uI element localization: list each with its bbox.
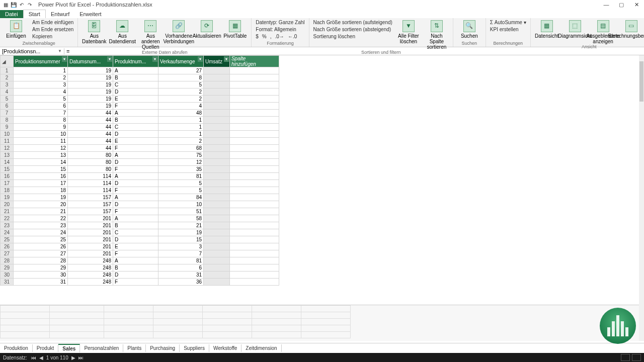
cell[interactable]: B	[113, 264, 158, 272]
cell-selected[interactable]	[204, 187, 230, 194]
cell[interactable]: B	[113, 222, 158, 229]
cell[interactable]: 201	[68, 236, 113, 243]
row-header[interactable]: 8	[1, 117, 14, 124]
calculation-area[interactable]	[0, 305, 639, 341]
sheet-tab[interactable]: Werkstoffe	[209, 344, 242, 352]
row-header[interactable]: 20	[1, 201, 14, 208]
cell[interactable]: 2	[14, 74, 68, 81]
row-header[interactable]: 14	[1, 159, 14, 166]
cell[interactable]: 8	[14, 117, 68, 124]
row-header[interactable]: 12	[1, 145, 14, 152]
row-header[interactable]: 25	[1, 236, 14, 243]
maximize-button[interactable]: ▢	[614, 0, 629, 9]
cell[interactable]: A	[113, 152, 158, 159]
cell-empty[interactable]	[229, 194, 279, 201]
row-header[interactable]: 7	[1, 110, 14, 117]
cell[interactable]: A	[113, 173, 158, 180]
sheet-tab[interactable]: Produkt	[33, 344, 58, 352]
tab-erweitert[interactable]: Erweitert	[74, 10, 106, 18]
cell[interactable]: 6	[158, 264, 204, 272]
cell[interactable]: 16	[14, 173, 68, 180]
search-button[interactable]: 🔍Suchen	[456, 19, 482, 39]
data-view-button[interactable]: ▦Datensicht	[534, 19, 560, 39]
cell[interactable]: 80	[68, 159, 113, 166]
cell[interactable]: 1	[158, 124, 204, 131]
cell-empty[interactable]	[229, 138, 279, 145]
tab-start[interactable]: Start	[23, 10, 46, 18]
cell[interactable]: 44	[68, 145, 113, 152]
table-row[interactable]: 141480D12	[1, 159, 279, 166]
cell[interactable]: 44	[68, 124, 113, 131]
cell[interactable]: 2	[158, 88, 204, 96]
cell[interactable]: A	[113, 194, 158, 201]
cell[interactable]: 248	[68, 272, 113, 279]
cell[interactable]: 201	[68, 215, 113, 222]
cell[interactable]: D	[113, 201, 158, 208]
cell[interactable]: 248	[68, 264, 113, 272]
cell-selected[interactable]	[204, 138, 230, 145]
row-header[interactable]: 23	[1, 222, 14, 229]
cell[interactable]: 44	[68, 110, 113, 117]
row-header[interactable]: 13	[1, 152, 14, 159]
cell-selected[interactable]	[204, 74, 230, 81]
cell-selected[interactable]	[204, 272, 230, 279]
cell-empty[interactable]	[229, 124, 279, 131]
cell-empty[interactable]	[229, 180, 279, 187]
cell-empty[interactable]	[229, 187, 279, 194]
cell-selected[interactable]	[204, 194, 230, 201]
cell[interactable]: E	[113, 243, 158, 250]
cell-selected[interactable]	[204, 201, 230, 208]
sheet-tab[interactable]: Produktion	[0, 344, 33, 352]
column-header[interactable]: Verkaufsmenge▼	[158, 56, 204, 67]
cell[interactable]: 7	[158, 250, 204, 257]
cell[interactable]: 1	[14, 67, 68, 74]
cell[interactable]: F	[113, 187, 158, 194]
cell[interactable]: 24	[14, 229, 68, 236]
cell-empty[interactable]	[229, 215, 279, 222]
table-row[interactable]: 1919157A84	[1, 194, 279, 201]
cell[interactable]: 3	[158, 243, 204, 250]
cell-empty[interactable]	[229, 81, 279, 88]
tab-file[interactable]: Datei	[0, 10, 23, 18]
sheet-tab[interactable]: Plants	[123, 344, 146, 352]
row-header[interactable]: 5	[1, 96, 14, 103]
cell[interactable]: 18	[14, 187, 68, 194]
cell[interactable]: D	[113, 180, 158, 187]
cell-selected[interactable]	[204, 166, 230, 173]
table-row[interactable]: 2525201D15	[1, 236, 279, 243]
cell-empty[interactable]	[229, 173, 279, 180]
formula-input[interactable]: =	[64, 48, 644, 54]
replace-button[interactable]: Am Ende ersetzen	[31, 26, 74, 33]
table-row[interactable]: 3131248F36	[1, 279, 279, 286]
cell[interactable]: 6	[14, 103, 68, 110]
minimize-button[interactable]: —	[599, 0, 614, 9]
row-header[interactable]: 2	[1, 74, 14, 81]
cell[interactable]: 5	[158, 180, 204, 187]
cell-selected[interactable]	[204, 131, 230, 138]
nav-prev-icon[interactable]: ◀	[39, 355, 43, 360]
row-header[interactable]: 19	[1, 194, 14, 201]
table-row[interactable]: 6619F4	[1, 103, 279, 110]
cell-empty[interactable]	[229, 145, 279, 152]
cell-selected[interactable]	[204, 180, 230, 187]
row-header[interactable]: 29	[1, 264, 14, 272]
cell[interactable]: D	[113, 159, 158, 166]
cell[interactable]: B	[113, 74, 158, 81]
cell[interactable]: 1	[158, 131, 204, 138]
cell[interactable]: 44	[68, 131, 113, 138]
pivottable-button[interactable]: ▦PivotTable	[222, 19, 248, 39]
diagram-view-button[interactable]: ⬚Diagrammsicht	[562, 19, 588, 39]
select-all-corner[interactable]: ◢	[1, 56, 14, 67]
cell[interactable]: 68	[158, 145, 204, 152]
table-row[interactable]: 2020157D10	[1, 201, 279, 208]
cell[interactable]: 5	[158, 187, 204, 194]
cell[interactable]: 84	[158, 194, 204, 201]
cell[interactable]: 201	[68, 222, 113, 229]
table-row[interactable]: 2424201C19	[1, 229, 279, 236]
cell[interactable]: C	[113, 229, 158, 236]
table-row[interactable]: 1119A27	[1, 67, 279, 74]
cell-selected[interactable]	[204, 173, 230, 180]
comma-button[interactable]: ,	[269, 33, 273, 40]
sort-asc-button[interactable]: Nach Größe sortieren (aufsteigend)	[312, 19, 393, 26]
cell-selected[interactable]	[204, 124, 230, 131]
